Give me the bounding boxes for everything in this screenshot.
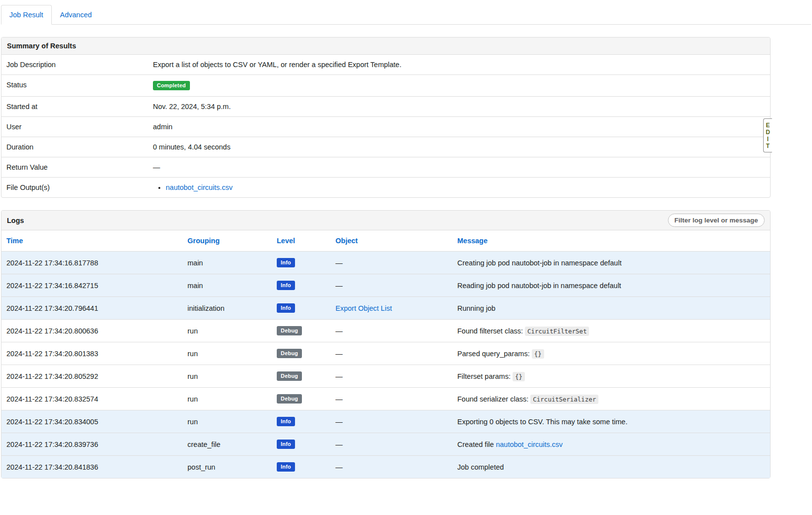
log-filter-input[interactable]	[668, 214, 765, 227]
logs-table-body: 2024-11-22 17:34:16.817788mainInfo—Creat…	[1, 252, 770, 478]
log-level-badge: Debug	[277, 394, 302, 404]
log-message-cell: Job completed	[452, 456, 770, 478]
logs-panel-title: Logs	[7, 217, 24, 224]
log-object-cell: Export Object List	[331, 297, 452, 320]
summary-row-label: Started at	[1, 97, 148, 117]
summary-panel: Summary of Results Job DescriptionExport…	[1, 37, 771, 198]
log-level-badge: Info	[277, 258, 295, 267]
code-snippet: CircuitSerializer	[530, 395, 598, 404]
summary-row: StatusCompleted	[1, 75, 770, 97]
log-object-cell: —	[331, 365, 452, 388]
log-object-cell: —	[331, 320, 452, 342]
tab-bar: Job ResultAdvanced	[1, 5, 811, 25]
summary-row-label: File Output(s)	[1, 178, 148, 198]
log-grouping: post_run	[183, 456, 272, 478]
log-row: 2024-11-22 17:34:20.832574runDebug—Found…	[1, 388, 770, 410]
log-object-cell: —	[331, 388, 452, 410]
summary-row-value: 0 minutes, 4.04 seconds	[148, 137, 770, 157]
summary-row: Return Value—	[1, 157, 770, 178]
log-grouping: main	[183, 274, 272, 297]
log-row: 2024-11-22 17:34:20.805292runDebug—Filte…	[1, 365, 770, 388]
log-message-cell: Found filterset class: CircuitFilterSet	[452, 320, 770, 342]
log-message-cell: Parsed query_params: {}	[452, 342, 770, 365]
log-time: 2024-11-22 17:34:16.817788	[1, 252, 183, 274]
log-message-link[interactable]: nautobot_circuits.csv	[496, 441, 562, 448]
column-header-object[interactable]: Object	[331, 230, 452, 252]
log-row: 2024-11-22 17:34:20.834005runInfo—Export…	[1, 410, 770, 433]
summary-row: File Output(s)nautobot_circuits.csv	[1, 178, 770, 198]
log-time: 2024-11-22 17:34:20.801383	[1, 342, 183, 365]
log-object-link[interactable]: Export Object List	[335, 304, 392, 312]
side-flyout-tab[interactable]: EDIT	[763, 118, 772, 152]
log-time: 2024-11-22 17:34:16.842715	[1, 274, 183, 297]
log-row: 2024-11-22 17:34:20.839736create_fileInf…	[1, 433, 770, 456]
page: Job ResultAdvanced Summary of Results Jo…	[0, 0, 812, 478]
logs-header-row: TimeGroupingLevelObjectMessage	[1, 230, 770, 252]
log-level-cell: Info	[272, 433, 331, 456]
log-grouping: initialization	[183, 297, 272, 320]
log-object-cell: —	[331, 410, 452, 433]
log-level-badge: Info	[277, 417, 295, 426]
log-object-cell: —	[331, 433, 452, 456]
log-level-cell: Info	[272, 274, 331, 297]
log-object-cell: —	[331, 456, 452, 478]
log-time: 2024-11-22 17:34:20.796441	[1, 297, 183, 320]
summary-row-value: Export a list of objects to CSV or YAML,…	[148, 55, 770, 75]
logs-panel-heading: Logs	[1, 211, 770, 230]
log-row: 2024-11-22 17:34:20.796441initialization…	[1, 297, 770, 320]
column-header-grouping[interactable]: Grouping	[183, 230, 272, 252]
log-grouping: main	[183, 252, 272, 274]
file-output-item: nautobot_circuits.csv	[166, 184, 765, 191]
code-snippet: {}	[532, 349, 544, 359]
log-grouping: run	[183, 342, 272, 365]
log-time: 2024-11-22 17:34:20.805292	[1, 365, 183, 388]
logs-panel: Logs TimeGroupingLevelObjectMessage 2024…	[1, 210, 771, 478]
log-message-cell: Filterset params: {}	[452, 365, 770, 388]
summary-row-label: Duration	[1, 137, 148, 157]
log-level-cell: Info	[272, 410, 331, 433]
summary-row-label: User	[1, 117, 148, 137]
log-level-badge: Debug	[277, 349, 302, 358]
summary-row-value: Nov. 22, 2024, 5:34 p.m.	[148, 97, 770, 117]
summary-row-label: Job Description	[1, 55, 148, 75]
log-row: 2024-11-22 17:34:20.841836post_runInfo—J…	[1, 456, 770, 478]
log-grouping: run	[183, 320, 272, 342]
log-level-cell: Debug	[272, 320, 331, 342]
log-level-cell: Info	[272, 456, 331, 478]
log-level-cell: Debug	[272, 365, 331, 388]
log-level-badge: Info	[277, 440, 295, 449]
summary-row-label: Return Value	[1, 157, 148, 178]
log-row: 2024-11-22 17:34:20.801383runDebug—Parse…	[1, 342, 770, 365]
summary-row: Useradmin	[1, 117, 770, 137]
log-message-cell: Created file nautobot_circuits.csv	[452, 433, 770, 456]
log-time: 2024-11-22 17:34:20.834005	[1, 410, 183, 433]
summary-row: Duration0 minutes, 4.04 seconds	[1, 137, 770, 157]
summary-table-body: Job DescriptionExport a list of objects …	[1, 55, 770, 197]
tab-advanced[interactable]: Advanced	[52, 5, 101, 25]
log-level-cell: Debug	[272, 342, 331, 365]
summary-row-value: nautobot_circuits.csv	[148, 178, 770, 198]
log-message-cell: Exporting 0 objects to CSV. This may tak…	[452, 410, 770, 433]
log-row: 2024-11-22 17:34:16.842715mainInfo—Readi…	[1, 274, 770, 297]
log-time: 2024-11-22 17:34:20.800636	[1, 320, 183, 342]
column-header-level[interactable]: Level	[272, 230, 331, 252]
column-header-message[interactable]: Message	[452, 230, 770, 252]
log-message-cell: Reading job pod nautobot-job in namespac…	[452, 274, 770, 297]
summary-table: Job DescriptionExport a list of objects …	[1, 55, 770, 197]
log-row: 2024-11-22 17:34:20.800636runDebug—Found…	[1, 320, 770, 342]
log-message-cell: Running job	[452, 297, 770, 320]
log-grouping: run	[183, 410, 272, 433]
log-time: 2024-11-22 17:34:20.839736	[1, 433, 183, 456]
file-output-list: nautobot_circuits.csv	[153, 184, 765, 191]
code-snippet: CircuitFilterSet	[525, 327, 589, 336]
file-output-link[interactable]: nautobot_circuits.csv	[166, 184, 232, 191]
summary-row-value: Completed	[148, 75, 770, 97]
column-header-time[interactable]: Time	[1, 230, 183, 252]
tab-job-result[interactable]: Job Result	[1, 5, 52, 25]
log-level-cell: Info	[272, 252, 331, 274]
summary-row: Started atNov. 22, 2024, 5:34 p.m.	[1, 97, 770, 117]
summary-row-value: admin	[148, 117, 770, 137]
log-object-cell: —	[331, 274, 452, 297]
log-object-cell: —	[331, 342, 452, 365]
logs-table: TimeGroupingLevelObjectMessage 2024-11-2…	[1, 230, 770, 478]
